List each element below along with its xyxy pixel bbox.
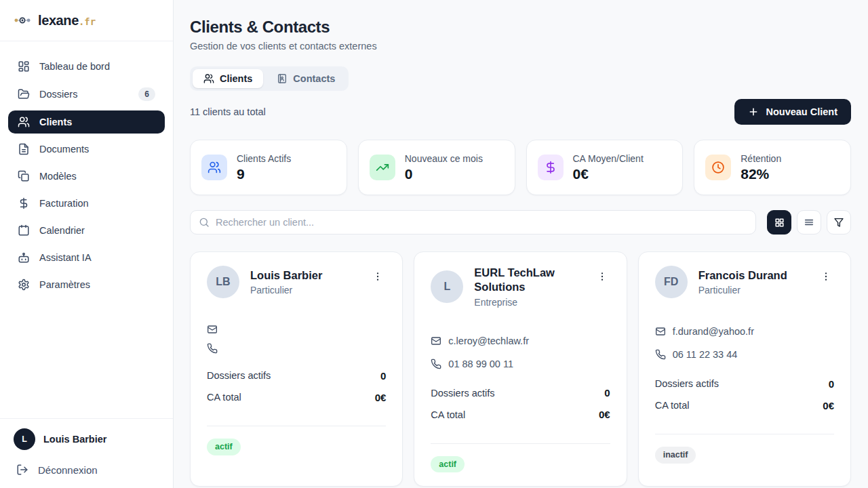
client-menu-button[interactable]: [370, 268, 386, 285]
mail-icon: [655, 326, 666, 337]
avatar: LB: [207, 266, 239, 298]
brand-tld: .fr: [79, 16, 96, 27]
plus-icon: [748, 106, 759, 117]
client-card-eurl-techlaw[interactable]: L EURL TechLaw Solutions Entreprise c.le…: [414, 251, 627, 487]
grid-view-button[interactable]: [767, 210, 791, 235]
search-input[interactable]: [216, 217, 747, 228]
dossiers-actifs-label: Dossiers actifs: [207, 370, 271, 381]
client-phone: 06 11 22 33 44: [673, 347, 738, 362]
dashboard-icon: [18, 60, 30, 73]
logout-button[interactable]: Déconnexion: [14, 464, 159, 476]
users-icon: [201, 155, 227, 180]
dossiers-actifs-value: 0: [829, 378, 834, 390]
main-content: Clients & Contacts Gestion de vos client…: [174, 0, 868, 488]
tab-contacts[interactable]: Contacts: [266, 69, 346, 88]
stat-value: 9: [237, 166, 291, 182]
list-icon: [804, 217, 814, 228]
gear-icon: [18, 279, 30, 291]
folder-icon: [18, 88, 30, 100]
tab-clients[interactable]: Clients: [193, 69, 263, 88]
user-name: Louis Barbier: [43, 434, 106, 445]
users-icon: [203, 73, 214, 84]
new-client-button[interactable]: Nouveau Client: [734, 99, 851, 125]
phone-icon: [655, 349, 666, 360]
sidebar-item-dossiers[interactable]: Dossiers 6: [8, 82, 165, 106]
trending-up-icon: [370, 155, 395, 180]
status-badge: actif: [431, 456, 465, 473]
divider: [207, 426, 386, 426]
ca-total-label: CA total: [431, 409, 465, 420]
sidebar-item-clients[interactable]: Clients: [8, 110, 165, 134]
kebab-icon: [821, 271, 831, 282]
copy-icon: [18, 170, 30, 182]
sidebar-item-tableau-de-bord[interactable]: Tableau de bord: [8, 55, 165, 78]
client-phone: 01 88 99 00 11: [448, 357, 513, 371]
filter-funnel-icon: [833, 217, 844, 228]
stat-label: CA Moyen/Client: [573, 153, 644, 164]
phone-icon: [207, 343, 218, 354]
stat-label: Nouveaux ce mois: [405, 153, 483, 164]
sidebar-item-label: Assistant IA: [39, 252, 92, 263]
page-title: Clients & Contacts: [190, 18, 851, 37]
mail-icon: [207, 324, 218, 335]
client-contact-info: f.durand@yahoo.fr 06 11 22 33 44: [655, 324, 834, 370]
client-contact-info: c.leroy@techlaw.fr 01 88 99 00 11: [431, 333, 610, 380]
client-contact-info: [207, 324, 386, 362]
sidebar-nav: Tableau de bord Dossiers 6 Clients Docum…: [0, 41, 173, 296]
stat-clients-actifs: Clients Actifs 9: [190, 140, 347, 195]
sidebar-item-assistant-ia[interactable]: Assistant IA: [8, 246, 165, 269]
sidebar-item-label: Clients: [39, 117, 72, 127]
sidebar-item-calendrier[interactable]: Calendrier: [8, 219, 165, 242]
ca-total-label: CA total: [207, 392, 241, 403]
ca-total-value: 0€: [599, 409, 610, 420]
client-cards-grid: LB Louis Barbier Particulier: [190, 251, 851, 487]
ca-total-value: 0€: [823, 400, 834, 411]
divider: [431, 443, 610, 444]
sidebar-item-documents[interactable]: Documents: [8, 138, 165, 161]
sidebar-item-label: Modèles: [39, 171, 77, 182]
sidebar-item-facturation[interactable]: Facturation: [8, 192, 165, 215]
stat-retention: Rétention 82%: [694, 140, 851, 195]
search-box: [190, 210, 756, 235]
status-badge: actif: [207, 439, 241, 455]
client-menu-button[interactable]: [818, 268, 834, 285]
client-type: Particulier: [250, 285, 359, 296]
sidebar-item-label: Calendrier: [39, 225, 85, 236]
tab-label: Contacts: [293, 73, 335, 84]
dossiers-count-badge: 6: [138, 87, 155, 101]
phone-icon: [431, 359, 441, 369]
tab-label: Clients: [220, 73, 252, 84]
client-name: Louis Barbier: [250, 268, 359, 283]
page-subtitle: Gestion de vos clients et contacts exter…: [190, 41, 851, 52]
sidebar-item-label: Documents: [39, 144, 89, 155]
client-name: Francois Durand: [698, 268, 807, 283]
user-profile[interactable]: L Louis Barbier: [14, 428, 159, 450]
client-card-header: LB Louis Barbier Particulier: [207, 266, 386, 298]
list-view-button[interactable]: [797, 210, 821, 235]
ca-total-label: CA total: [655, 400, 690, 411]
sidebar-item-parametres[interactable]: Paramètres: [8, 273, 165, 296]
client-menu-button[interactable]: [594, 268, 610, 285]
search-row: [190, 210, 851, 235]
toolbar: 11 clients au total Nouveau Client: [190, 99, 851, 125]
bot-icon: [18, 251, 30, 264]
file-text-icon: [18, 143, 30, 155]
logout-label: Déconnexion: [38, 464, 98, 476]
kebab-icon: [597, 271, 608, 282]
brand-logo: lexane.fr: [0, 0, 173, 41]
client-card-francois-durand[interactable]: FD Francois Durand Particulier f.durand@…: [638, 251, 851, 487]
dossiers-actifs-label: Dossiers actifs: [431, 388, 494, 399]
new-client-label: Nouveau Client: [766, 106, 837, 117]
dossiers-actifs-label: Dossiers actifs: [655, 378, 719, 389]
status-badge: inactif: [655, 447, 696, 464]
dollar-icon: [538, 155, 564, 180]
avatar: FD: [655, 266, 688, 298]
sidebar-item-modeles[interactable]: Modèles: [8, 165, 165, 188]
filter-button[interactable]: [827, 210, 851, 235]
client-card-header: L EURL TechLaw Solutions Entreprise: [431, 266, 610, 308]
client-name: EURL TechLaw Solutions: [474, 266, 583, 295]
client-card-louis-barbier[interactable]: LB Louis Barbier Particulier: [190, 251, 403, 487]
calendar-icon: [18, 224, 30, 237]
kebab-icon: [372, 271, 383, 282]
stat-label: Rétention: [741, 153, 781, 164]
